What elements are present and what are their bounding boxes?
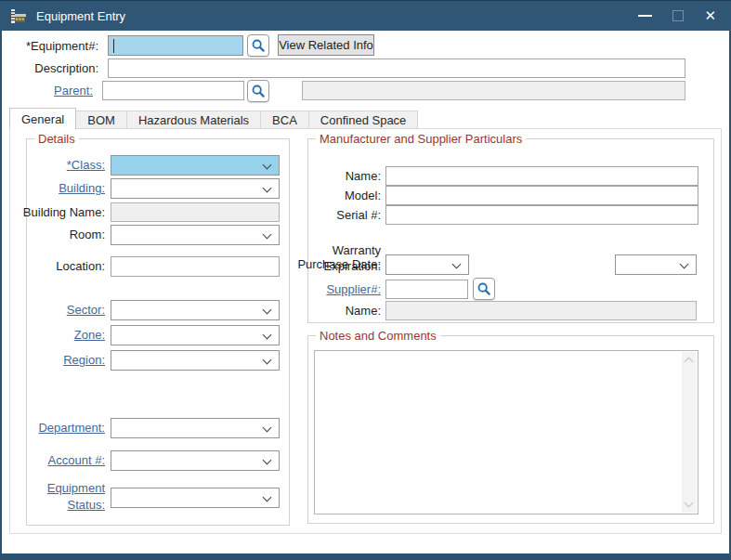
window-border-left bbox=[0, 0, 2, 560]
notes-group: Notes and Comments bbox=[307, 335, 714, 524]
zone-label: Zone: bbox=[74, 328, 105, 342]
department-select[interactable] bbox=[111, 418, 280, 438]
zone-link[interactable]: Zone: bbox=[74, 328, 105, 342]
chevron-down-icon bbox=[263, 306, 272, 315]
supplier-number-link[interactable]: Supplier#: bbox=[326, 282, 381, 296]
supplier-name-label: Name: bbox=[346, 304, 381, 318]
tab-general[interactable]: General bbox=[9, 108, 76, 129]
sector-select[interactable] bbox=[111, 300, 280, 320]
building-name-readonly bbox=[111, 202, 280, 222]
parent-label: Parent: bbox=[0, 84, 93, 98]
location-label: Location: bbox=[56, 259, 105, 273]
room-select[interactable] bbox=[111, 225, 280, 245]
scroll-down-icon[interactable] bbox=[685, 499, 694, 508]
notes-group-title: Notes and Comments bbox=[316, 329, 440, 343]
general-tab-panel: Details *Class: Building: Building Name:… bbox=[9, 128, 722, 534]
chevron-down-icon bbox=[263, 493, 272, 502]
manufacturer-group-title: Manufacturer and Supplier Particulars bbox=[316, 132, 526, 146]
chevron-down-icon bbox=[263, 331, 272, 340]
account-number-label: Account #: bbox=[48, 453, 105, 467]
tab-bom[interactable]: BOM bbox=[75, 111, 127, 129]
equipment-entry-window: Equipment Entry ✕ *Equipment#: View Rela… bbox=[0, 0, 731, 560]
warranty-expiration-label: Warranty Expiration: bbox=[305, 243, 381, 275]
class-link[interactable]: *Class: bbox=[67, 158, 105, 172]
description-input[interactable] bbox=[108, 59, 685, 78]
building-name-label: Building Name: bbox=[23, 205, 105, 219]
tab-confined-space[interactable]: Confined Space bbox=[308, 111, 419, 129]
equipment-machine-icon bbox=[10, 8, 29, 24]
purchase-date-select[interactable] bbox=[385, 254, 469, 275]
equipment-status-select[interactable] bbox=[111, 488, 280, 508]
equipment-number-label: *Equipment#: bbox=[0, 39, 98, 53]
supplier-name-readonly bbox=[385, 301, 697, 320]
maximize-button[interactable] bbox=[672, 10, 684, 21]
window-title: Equipment Entry bbox=[36, 9, 125, 23]
close-button[interactable]: ✕ bbox=[704, 9, 716, 23]
sector-label: Sector: bbox=[67, 303, 105, 317]
magnifier-icon bbox=[251, 38, 266, 53]
parent-search-button[interactable] bbox=[247, 80, 269, 102]
chevron-down-icon bbox=[263, 230, 272, 240]
chevron-down-icon bbox=[263, 356, 272, 365]
warranty-expiration-select[interactable] bbox=[615, 254, 697, 275]
title-bar[interactable]: Equipment Entry ✕ bbox=[0, 0, 731, 31]
tab-bca[interactable]: BCA bbox=[260, 111, 309, 129]
window-border-bottom bbox=[0, 553, 731, 560]
chevron-down-icon bbox=[680, 260, 689, 269]
manufacturer-name-label: Name: bbox=[346, 169, 381, 183]
minimize-icon bbox=[638, 15, 652, 17]
details-group: Details *Class: Building: Building Name:… bbox=[26, 138, 290, 526]
department-label: Department: bbox=[38, 421, 105, 435]
notes-scrollbar[interactable] bbox=[682, 352, 697, 513]
model-input[interactable] bbox=[385, 186, 698, 205]
manufacturer-group: Manufacturer and Supplier Particulars Na… bbox=[307, 138, 714, 323]
scroll-up-icon[interactable] bbox=[685, 358, 694, 367]
tab-hazardous-materials[interactable]: Hazardous Materials bbox=[126, 111, 261, 129]
equipment-status-link[interactable]: Equipment Status: bbox=[47, 481, 105, 512]
building-link[interactable]: Building: bbox=[59, 181, 105, 195]
class-select[interactable] bbox=[111, 155, 280, 176]
building-select[interactable] bbox=[111, 178, 280, 199]
view-related-info-button[interactable]: View Related Info bbox=[278, 34, 374, 56]
parent-name-readonly bbox=[302, 81, 685, 100]
serial-number-input[interactable] bbox=[385, 205, 698, 225]
manufacturer-name-input[interactable] bbox=[385, 166, 698, 186]
equipment-search-button[interactable] bbox=[247, 34, 269, 57]
magnifier-icon bbox=[251, 84, 266, 98]
chevron-down-icon bbox=[263, 184, 272, 193]
minimize-button[interactable] bbox=[638, 15, 652, 17]
supplier-search-button[interactable] bbox=[473, 278, 495, 300]
description-label: Description: bbox=[0, 61, 98, 75]
account-number-select[interactable] bbox=[111, 450, 280, 471]
model-label: Model: bbox=[345, 189, 381, 202]
sector-link[interactable]: Sector: bbox=[67, 303, 105, 317]
supplier-number-label: Supplier#: bbox=[326, 282, 381, 296]
room-label: Room: bbox=[70, 228, 105, 241]
equipment-status-label: Equipment Status: bbox=[38, 480, 105, 513]
department-link[interactable]: Department: bbox=[38, 421, 105, 435]
chevron-down-icon bbox=[263, 161, 272, 170]
tab-bar: General BOM Hazardous Materials BCA Conf… bbox=[9, 108, 418, 129]
parent-input[interactable] bbox=[102, 81, 244, 100]
chevron-down-icon bbox=[263, 423, 272, 433]
serial-number-label: Serial #: bbox=[336, 208, 381, 222]
building-label: Building: bbox=[59, 181, 105, 195]
text-cursor bbox=[113, 39, 114, 53]
chevron-down-icon bbox=[452, 260, 462, 269]
location-input[interactable] bbox=[111, 256, 280, 277]
details-group-title: Details bbox=[34, 132, 79, 146]
chevron-down-icon bbox=[263, 456, 272, 465]
notes-textarea[interactable] bbox=[314, 350, 698, 514]
region-select[interactable] bbox=[111, 350, 280, 371]
region-link[interactable]: Region: bbox=[63, 353, 105, 367]
supplier-number-input[interactable] bbox=[385, 280, 468, 299]
maximize-icon bbox=[672, 10, 684, 21]
class-label: *Class: bbox=[67, 158, 105, 172]
equipment-number-input[interactable] bbox=[108, 35, 243, 56]
region-label: Region: bbox=[63, 353, 105, 367]
zone-select[interactable] bbox=[111, 325, 280, 345]
parent-link[interactable]: Parent: bbox=[54, 84, 93, 98]
account-number-link[interactable]: Account #: bbox=[48, 453, 105, 467]
magnifier-icon bbox=[476, 281, 491, 296]
